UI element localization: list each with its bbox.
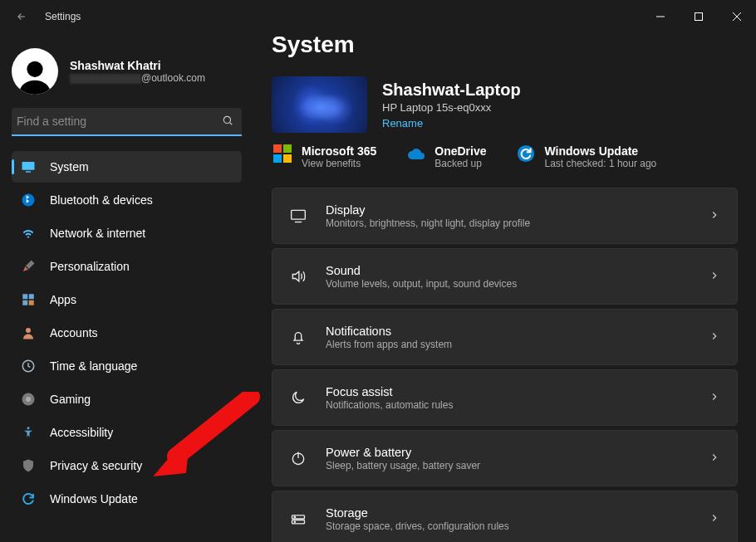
bluetooth-icon: [20, 192, 37, 208]
apps-icon: [20, 291, 37, 308]
email-redacted: [70, 74, 141, 84]
svg-point-18: [27, 427, 30, 429]
svg-point-27: [294, 521, 295, 522]
sidebar-item-label: Personalization: [50, 260, 130, 273]
svg-point-4: [27, 61, 42, 77]
chevron-right-icon: [709, 391, 720, 405]
device-image: [272, 76, 367, 133]
svg-rect-1: [695, 13, 703, 21]
app-title: Settings: [45, 11, 81, 22]
card-sub: Monitors, brightness, night light, displ…: [326, 217, 530, 229]
chevron-right-icon: [709, 270, 720, 284]
update-badge-icon: [517, 144, 537, 164]
chevron-right-icon: [709, 209, 720, 223]
power-icon: [289, 449, 307, 467]
card-sub: Sleep, battery usage, battery saver: [326, 460, 480, 471]
display-icon: [20, 159, 37, 175]
cloud-title: Microsoft 365: [302, 144, 376, 158]
settings-cards: Display Monitors, brightness, night ligh…: [272, 188, 738, 542]
sidebar: Shashwat Khatri @outlook.com System: [0, 33, 253, 542]
back-button[interactable]: [12, 7, 32, 27]
sidebar-item-bluetooth[interactable]: Bluetooth & devices: [12, 184, 242, 216]
chevron-right-icon: [709, 512, 720, 526]
svg-rect-10: [22, 294, 27, 299]
window-controls: [641, 3, 756, 30]
svg-point-17: [26, 397, 31, 402]
card-notifications[interactable]: Notifications Alerts from apps and syste…: [272, 309, 738, 365]
profile-block[interactable]: Shashwat Khatri @outlook.com: [12, 48, 242, 95]
storage-icon: [289, 510, 307, 528]
sidebar-item-apps[interactable]: Apps: [12, 284, 242, 315]
person-icon: [20, 325, 37, 341]
card-power[interactable]: Power & battery Sleep, battery usage, ba…: [272, 430, 738, 486]
close-button[interactable]: [718, 3, 756, 30]
cloud-onedrive[interactable]: OneDrive Backed up: [406, 144, 486, 169]
rename-link[interactable]: Rename: [382, 117, 423, 129]
cloud-sub: Backed up: [434, 158, 486, 169]
sidebar-item-label: Apps: [50, 293, 76, 306]
sidebar-item-label: Time & language: [50, 359, 137, 373]
update-icon: [20, 491, 37, 507]
sidebar-item-label: System: [50, 160, 89, 173]
svg-rect-12: [22, 300, 27, 305]
m365-icon: [273, 144, 293, 164]
search-input[interactable]: [12, 108, 242, 136]
cloud-update[interactable]: Windows Update Last checked: 1 hour ago: [517, 144, 657, 169]
card-title: Sound: [326, 264, 517, 277]
card-title: Power & battery: [326, 446, 480, 459]
wifi-icon: [20, 225, 37, 242]
sidebar-item-update[interactable]: Windows Update: [12, 483, 242, 515]
sidebar-item-gaming[interactable]: Gaming: [12, 383, 242, 415]
svg-rect-11: [29, 294, 34, 299]
search-wrapper: [12, 108, 242, 136]
card-display[interactable]: Display Monitors, brightness, night ligh…: [272, 188, 738, 244]
display-icon: [289, 207, 307, 225]
sidebar-item-label: Windows Update: [50, 492, 138, 505]
cloud-sub: Last checked: 1 hour ago: [545, 158, 657, 169]
sidebar-item-label: Privacy & security: [50, 459, 142, 472]
maximize-button[interactable]: [680, 3, 718, 30]
sidebar-item-label: Accounts: [50, 326, 98, 339]
card-title: Focus assist: [326, 385, 453, 398]
card-title: Storage: [326, 506, 509, 520]
svg-rect-13: [29, 300, 34, 305]
svg-point-5: [223, 116, 230, 123]
svg-point-26: [294, 516, 295, 517]
card-focus[interactable]: Focus assist Notifications, automatic ru…: [272, 369, 738, 426]
nav-list: System Bluetooth & devices Network & int…: [12, 151, 242, 515]
svg-line-6: [230, 123, 233, 125]
bell-icon: [289, 328, 307, 346]
cloud-row: Microsoft 365 View benefits OneDrive Bac…: [272, 144, 738, 169]
cloud-title: Windows Update: [545, 144, 657, 158]
svg-point-14: [26, 328, 31, 333]
sidebar-item-system[interactable]: System: [12, 151, 242, 183]
card-storage[interactable]: Storage Storage space, drives, configura…: [272, 491, 738, 542]
device-name: Shashwat-Laptop: [382, 81, 521, 100]
sidebar-item-accessibility[interactable]: Accessibility: [12, 417, 242, 448]
clock-icon: [20, 358, 37, 374]
sidebar-item-accounts[interactable]: Accounts: [12, 317, 242, 349]
sidebar-item-label: Accessibility: [50, 426, 113, 439]
sidebar-item-label: Gaming: [50, 393, 91, 406]
sidebar-item-time[interactable]: Time & language: [12, 350, 242, 382]
cloud-title: OneDrive: [434, 144, 486, 158]
card-sub: Volume levels, output, input, sound devi…: [326, 278, 517, 290]
shield-icon: [20, 457, 37, 474]
svg-rect-20: [292, 210, 306, 219]
cloud-m365[interactable]: Microsoft 365 View benefits: [273, 144, 376, 169]
moon-icon: [289, 388, 307, 407]
svg-rect-7: [22, 162, 35, 170]
card-sound[interactable]: Sound Volume levels, output, input, soun…: [272, 248, 738, 305]
sidebar-item-label: Network & internet: [50, 227, 145, 240]
chevron-right-icon: [709, 330, 720, 344]
sidebar-item-personalization[interactable]: Personalization: [12, 251, 242, 282]
minimize-button[interactable]: [641, 3, 680, 30]
sidebar-item-privacy[interactable]: Privacy & security: [12, 450, 242, 481]
card-sub: Notifications, automatic rules: [326, 399, 453, 411]
gaming-icon: [20, 391, 37, 408]
sidebar-item-network[interactable]: Network & internet: [12, 217, 242, 249]
profile-email: @outlook.com: [70, 72, 205, 84]
paintbrush-icon: [20, 258, 37, 275]
sidebar-item-label: Bluetooth & devices: [50, 193, 153, 207]
chevron-right-icon: [709, 452, 720, 466]
